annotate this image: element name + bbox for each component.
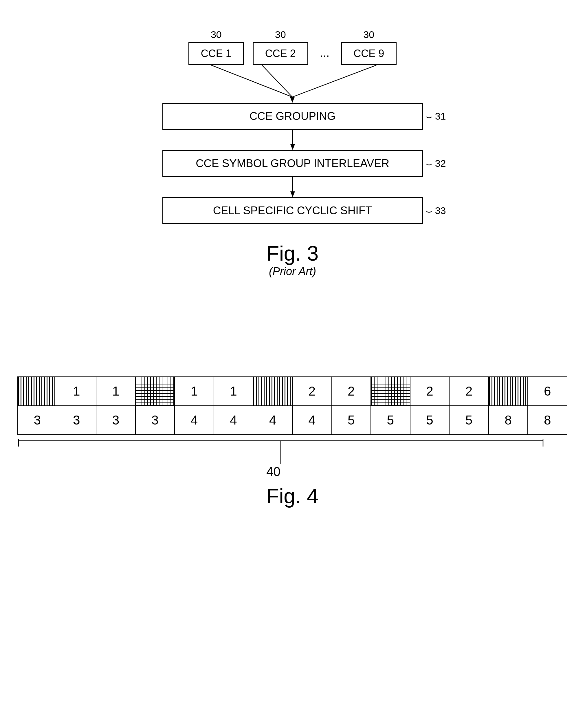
arrow1 [0, 130, 585, 150]
r1c0 [18, 377, 57, 406]
shift-ref: ⌣ 33 [426, 205, 446, 216]
cce-dots: ... [317, 29, 332, 59]
fig4-caption: Fig. 4 [17, 484, 567, 508]
fig4-title: Fig. 4 [17, 484, 567, 508]
r2c8: 5 [332, 406, 371, 435]
interleaver-ref: ⌣ 32 [426, 158, 446, 170]
svg-line-0 [211, 65, 292, 97]
cce2-wrapper: 30 CCE 2 [253, 29, 308, 65]
cce-interleaver-box: CCE SYMBOL GROUP INTERLEAVER [162, 150, 423, 177]
r2c13: 8 [528, 406, 567, 435]
fig3-caption: Fig. 3 (Prior Art) [0, 241, 585, 278]
svg-marker-7 [290, 191, 295, 197]
r2c6: 4 [253, 406, 292, 435]
cce9-box: CCE 9 [341, 42, 397, 65]
shift-wrapper: CELL SPECIFIC CYCLIC SHIFT ⌣ 33 [162, 197, 423, 224]
r2c11: 5 [449, 406, 488, 435]
r2c7: 4 [292, 406, 332, 435]
r1c6 [253, 377, 292, 406]
cce-lines [0, 65, 585, 103]
bracket-label: 40 [266, 465, 281, 479]
r1c13: 6 [528, 377, 567, 406]
r1c11: 2 [449, 377, 488, 406]
interleaver-row: CCE SYMBOL GROUP INTERLEAVER ⌣ 32 [0, 150, 585, 177]
svg-line-2 [292, 65, 376, 97]
r1c9 [371, 377, 410, 406]
cce1-box: CCE 1 [188, 42, 244, 65]
r1c1: 1 [57, 377, 97, 406]
r2c2: 3 [96, 406, 135, 435]
fig3-section: 30 CCE 1 30 CCE 2 ... 30 CCE 9 CCE GROUP… [0, 11, 585, 278]
cce2-ref: 30 [275, 29, 286, 40]
svg-marker-3 [290, 97, 295, 103]
r2c4: 4 [175, 406, 214, 435]
fig4-row2: 3 3 3 3 4 4 4 4 5 5 5 5 8 8 [18, 406, 567, 435]
cce-grouping-box: CCE GROUPING [162, 103, 423, 130]
arrow2 [0, 177, 585, 197]
interleaver-wrapper: CCE SYMBOL GROUP INTERLEAVER ⌣ 32 [162, 150, 423, 177]
cce1-wrapper: 30 CCE 1 [188, 29, 244, 65]
r1c7: 2 [292, 377, 332, 406]
fig4-section: 1 1 1 1 2 2 2 2 6 3 3 3 3 4 4 [17, 376, 567, 508]
svg-marker-5 [290, 144, 295, 150]
grouping-ref: ⌣ 31 [426, 111, 446, 122]
r2c10: 5 [410, 406, 450, 435]
r1c8: 2 [332, 377, 371, 406]
grouping-wrapper: CCE GROUPING ⌣ 31 [162, 103, 423, 130]
fig4-bracket: 40 [17, 438, 567, 478]
cce9-ref: 30 [363, 29, 374, 40]
fig4-table: 1 1 1 1 2 2 2 2 6 3 3 3 3 4 4 [17, 376, 567, 435]
r2c1: 3 [57, 406, 97, 435]
r1c5: 1 [214, 377, 253, 406]
r2c12: 8 [488, 406, 528, 435]
r2c9: 5 [371, 406, 410, 435]
r1c10: 2 [410, 377, 450, 406]
bracket-svg [17, 438, 544, 467]
r1c2: 1 [96, 377, 135, 406]
r1c4: 1 [175, 377, 214, 406]
r2c3: 3 [135, 406, 175, 435]
fig3-title: Fig. 3 [0, 241, 585, 265]
r2c5: 4 [214, 406, 253, 435]
cell-shift-box: CELL SPECIFIC CYCLIC SHIFT [162, 197, 423, 224]
cce-row: 30 CCE 1 30 CCE 2 ... 30 CCE 9 [0, 11, 585, 65]
cce9-wrapper: 30 CCE 9 [341, 29, 397, 65]
grouping-row: CCE GROUPING ⌣ 31 [0, 103, 585, 130]
r1c12 [488, 377, 528, 406]
r1c3 [135, 377, 175, 406]
cce2-box: CCE 2 [253, 42, 308, 65]
cce1-ref: 30 [211, 29, 222, 40]
fig4-row1: 1 1 1 1 2 2 2 2 6 [18, 377, 567, 406]
svg-line-1 [262, 65, 292, 97]
r2c0: 3 [18, 406, 57, 435]
shift-row: CELL SPECIFIC CYCLIC SHIFT ⌣ 33 [0, 197, 585, 224]
fig3-subtitle: (Prior Art) [0, 265, 585, 278]
